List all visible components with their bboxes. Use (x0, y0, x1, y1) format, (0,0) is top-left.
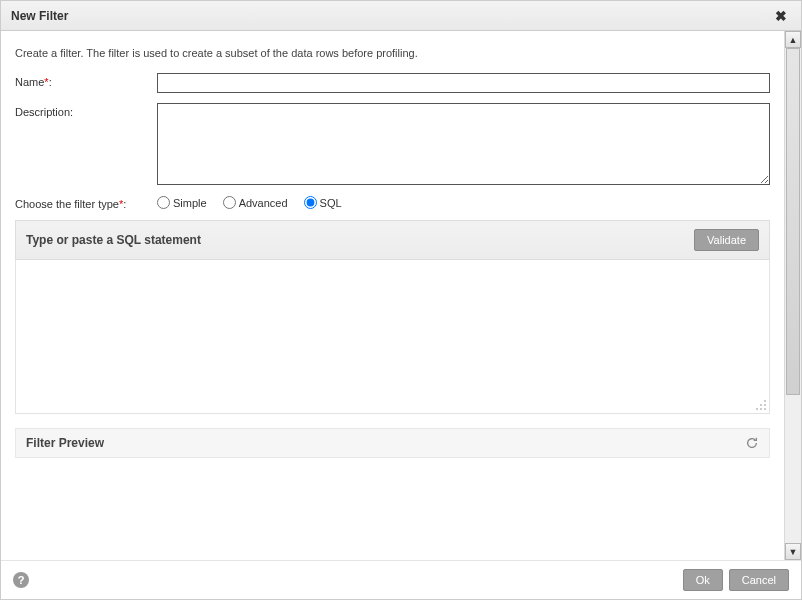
radio-advanced-input[interactable] (223, 196, 236, 209)
scroll-up-button[interactable]: ▲ (785, 31, 801, 48)
dialog-titlebar: New Filter ✖ (1, 1, 801, 31)
radio-advanced-label: Advanced (239, 197, 288, 209)
scroll-track[interactable] (785, 48, 801, 543)
radio-advanced[interactable]: Advanced (223, 196, 288, 209)
filter-type-label: Choose the filter type*: (15, 195, 157, 210)
cancel-button[interactable]: Cancel (729, 569, 789, 591)
help-icon[interactable]: ? (13, 572, 29, 588)
svg-point-5 (764, 408, 766, 410)
close-icon[interactable]: ✖ (771, 8, 791, 24)
resize-handle-icon[interactable] (755, 399, 767, 411)
required-asterisk: * (119, 198, 123, 210)
dialog-footer: ? Ok Cancel (1, 560, 801, 599)
description-textarea[interactable] (157, 103, 770, 185)
required-asterisk: * (44, 76, 48, 88)
radio-sql-input[interactable] (304, 196, 317, 209)
svg-point-4 (760, 408, 762, 410)
refresh-icon[interactable] (745, 436, 759, 450)
sql-section-title: Type or paste a SQL statement (26, 233, 694, 247)
ok-button[interactable]: Ok (683, 569, 723, 591)
preview-section-title: Filter Preview (26, 436, 745, 450)
description-label: Description: (15, 103, 157, 118)
dialog-title: New Filter (11, 9, 771, 23)
filter-type-label-text: Choose the filter type (15, 198, 119, 210)
radio-sql[interactable]: SQL (304, 196, 342, 209)
scroll-down-button[interactable]: ▼ (785, 543, 801, 560)
svg-point-0 (764, 400, 766, 402)
radio-simple[interactable]: Simple (157, 196, 207, 209)
svg-point-2 (764, 404, 766, 406)
name-input[interactable] (157, 73, 770, 93)
sql-textarea[interactable] (15, 260, 770, 414)
scroll-thumb[interactable] (786, 48, 800, 395)
name-label: Name*: (15, 73, 157, 88)
radio-sql-label: SQL (320, 197, 342, 209)
svg-point-3 (756, 408, 758, 410)
validate-button[interactable]: Validate (694, 229, 759, 251)
name-label-text: Name (15, 76, 44, 88)
svg-point-1 (760, 404, 762, 406)
radio-simple-input[interactable] (157, 196, 170, 209)
sql-section-header: Type or paste a SQL statement Validate (15, 220, 770, 260)
vertical-scrollbar[interactable]: ▲ ▼ (784, 31, 801, 560)
radio-simple-label: Simple (173, 197, 207, 209)
instruction-text: Create a filter. The filter is used to c… (15, 47, 770, 59)
preview-section-header: Filter Preview (15, 428, 770, 458)
